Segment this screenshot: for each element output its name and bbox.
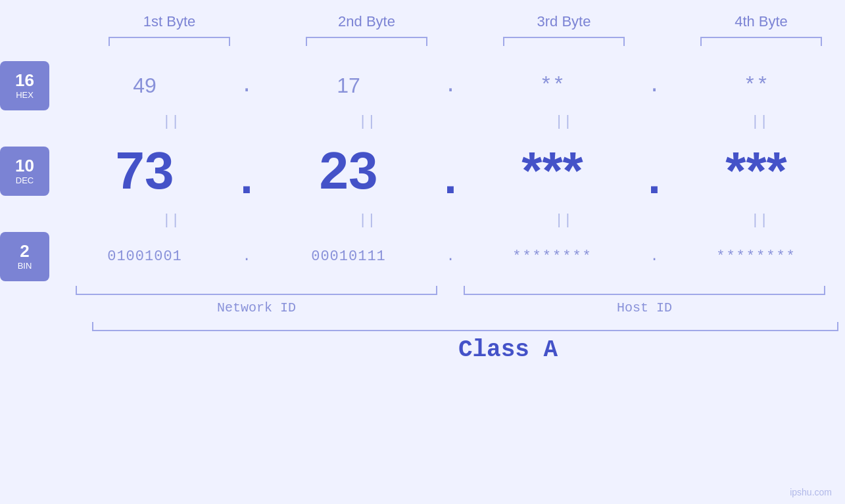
host-bracket-group [450,286,838,295]
class-bracket-row [0,322,845,331]
dec-badge-num: 10 [15,156,34,175]
hex-row-wrapper: 16 HEX 49 . 17 . ** . ** [0,59,845,112]
dec-b3-group: *** [464,141,641,201]
sep-dec-bin-b4: || [674,212,845,229]
bin-b2-group: 00010111 [260,248,437,265]
host-bracket [464,286,825,295]
network-id-label: Network ID [62,300,450,315]
sep-dec-bin-b1: || [85,212,256,229]
dec-badge-label: DEC [16,175,34,185]
dec-b2-group: 23 [260,141,437,201]
dec-b4: *** [725,141,786,201]
dec-dot2: . [437,138,464,204]
top-brackets [71,37,846,46]
dec-b3: *** [521,141,583,201]
id-labels-row: Network ID Host ID [0,300,845,315]
dec-b1: 73 [116,141,174,201]
watermark: ipshu.com [790,487,832,497]
dec-badge: 10 DEC [0,147,49,196]
bracket-byte2 [306,37,427,46]
bin-b4: ******** [716,248,796,265]
sep-hex-dec-b3: || [478,114,649,130]
id-labels-inner: Network ID Host ID [56,300,845,315]
byte4-header: 4th Byte [689,13,834,30]
network-bracket-group [62,286,450,295]
dec-values: 73 . 23 . *** . *** [49,131,845,210]
hex-values: 49 . 17 . ** . ** [49,59,845,112]
class-bracket [92,322,838,331]
byte1-header: 1st Byte [97,13,242,30]
dec-b4-group: *** [667,141,845,201]
bin-dot2: . [437,248,464,265]
bracket-byte1 [109,37,230,46]
byte2-header: 2nd Byte [295,13,439,30]
sep-hex-dec-b1: || [85,114,256,130]
bin-badge-num: 2 [20,242,29,261]
hex-b1: 49 [133,74,157,98]
hex-b4-group: ** [667,74,845,98]
network-bracket [76,286,437,295]
hex-dot1: . [233,74,260,98]
hex-b2: 17 [337,74,360,98]
sep-dec-bin: || || || || [85,210,845,230]
bin-row-wrapper: 2 BIN 01001001 . 00010111 . ******** . *… [0,230,845,283]
sep-dec-bin-b3: || [478,212,649,229]
main-container: 1st Byte 2nd Byte 3rd Byte 4th Byte 16 H… [0,0,845,504]
bin-b3-group: ******** [464,248,641,265]
sep-hex-dec-b4: || [674,114,845,130]
hex-b1-group: 49 [56,74,233,98]
bin-badge-cell: 2 BIN [0,230,49,283]
bracket-byte3 [503,37,625,46]
byte3-header: 3rd Byte [492,13,637,30]
bin-b4-group: ******** [667,248,845,265]
hex-badge-cell: 16 HEX [0,59,49,112]
bin-values: 01001001 . 00010111 . ******** . *******… [49,230,845,283]
dec-b1-group: 73 [56,141,233,201]
sep-hex-dec: || || || || [85,112,845,131]
bin-dot1: . [233,248,260,265]
bin-b2: 00010111 [311,248,386,265]
bin-b1: 01001001 [107,248,182,265]
bottom-brackets-inner [56,286,845,295]
bin-badge-label: BIN [18,261,32,271]
hex-b3: ** [540,74,565,98]
hex-b4: ** [744,74,769,98]
byte-headers: 1st Byte 2nd Byte 3rd Byte 4th Byte [71,13,846,30]
host-id-label: Host ID [450,300,838,315]
hex-badge-label: HEX [16,90,34,100]
sep-dec-bin-b2: || [281,212,452,229]
bin-b1-group: 01001001 [56,248,233,265]
bin-badge: 2 BIN [0,232,49,281]
bracket-byte4 [700,37,822,46]
dec-row-wrapper: 10 DEC 73 . 23 . *** . *** [0,131,845,210]
hex-dot3: . [641,74,667,98]
hex-b2-group: 17 [260,74,437,98]
bottom-brackets-row [0,286,845,295]
bin-b3: ******** [512,248,592,265]
hex-dot2: . [437,74,464,98]
hex-badge: 16 HEX [0,61,49,110]
hex-b3-group: ** [464,74,641,98]
dec-badge-cell: 10 DEC [0,131,49,210]
hex-badge-num: 16 [15,71,34,90]
dec-dot3: . [641,138,667,204]
dec-b2: 23 [320,141,378,201]
bin-dot3: . [641,248,667,265]
dec-dot1: . [233,138,260,204]
sep-hex-dec-b2: || [281,114,452,130]
class-label: Class A [458,336,558,363]
class-label-row: Class A [0,336,845,363]
